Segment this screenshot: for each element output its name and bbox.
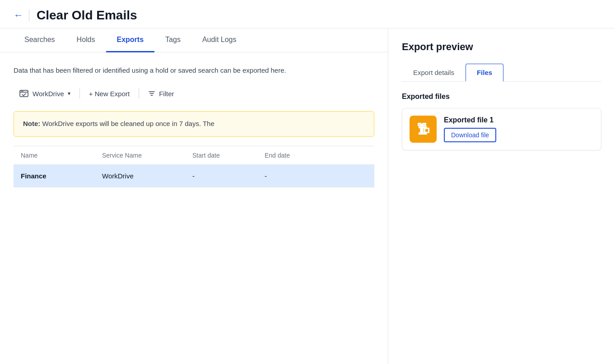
workdrive-button[interactable]: WorkDrive ▾ [14,85,76,102]
note-prefix: Note: [23,120,40,127]
preview-tabs: Export details Files [402,64,601,82]
new-export-label: + New Export [89,90,130,98]
col-header-end: End date [257,152,330,159]
cell-service: WorkDrive [95,172,185,180]
col-header-extra [330,152,374,159]
back-button[interactable]: ← [14,9,29,21]
new-export-button[interactable]: + New Export [84,86,135,101]
note-box: Note: WorkDrive exports will be cleaned … [14,111,374,137]
exported-files-title: Exported files [402,93,601,101]
toolbar-divider [79,88,80,99]
description-text: Data that has been filtered or identifie… [14,65,374,76]
main-layout: Searches Holds Exports Tags Audit Logs D… [0,28,615,364]
workdrive-label: WorkDrive [33,90,64,98]
filter-label: Filter [159,90,174,98]
file-name: Exported file 1 [444,116,496,124]
cell-name: Finance [14,172,95,180]
tab-navigation: Searches Holds Exports Tags Audit Logs [0,28,388,52]
col-header-name: Name [14,152,95,159]
filter-button[interactable]: Filter [143,86,179,101]
tab-audit-logs[interactable]: Audit Logs [191,28,247,52]
table-row[interactable]: Finance WorkDrive - - [14,165,374,187]
filter-icon [148,90,155,97]
cell-extra [330,172,374,180]
zip-symbol: 🗜 [417,122,429,137]
back-arrow-icon: ← [14,9,23,21]
col-header-start: Start date [185,152,257,159]
file-card: 🗜 Exported file 1 Download file [402,108,601,150]
note-text: WorkDrive exports will be cleaned up onc… [42,120,214,127]
toolbar: WorkDrive ▾ + New Export Filter [14,85,374,102]
download-file-button[interactable]: Download file [444,128,496,142]
svg-point-1 [21,91,22,92]
svg-point-2 [23,91,23,92]
panel-title: Export preview [402,41,601,53]
content-area: Data that has been filtered or identifie… [0,52,388,200]
chevron-down-icon: ▾ [68,90,70,97]
tab-tags[interactable]: Tags [154,28,191,52]
page-title: Clear Old Emails [37,8,137,23]
workdrive-icon [19,89,29,98]
file-info: Exported file 1 Download file [444,116,496,142]
col-header-service: Service Name [95,152,185,159]
zip-icon: 🗜 [410,116,437,143]
export-preview-panel: Export preview Export details Files Expo… [388,28,615,364]
cell-end-date: - [257,172,330,180]
left-panel: Searches Holds Exports Tags Audit Logs D… [0,28,388,364]
tab-files[interactable]: Files [466,64,503,82]
exports-table: Name Service Name Start date End date Fi… [14,146,374,187]
tab-exports[interactable]: Exports [106,28,155,52]
table-header: Name Service Name Start date End date [14,146,374,165]
tab-searches[interactable]: Searches [14,28,66,52]
tab-holds[interactable]: Holds [66,28,106,52]
cell-start-date: - [185,172,257,180]
toolbar-divider-2 [139,88,139,99]
page-header: ← Clear Old Emails [0,0,615,28]
tab-export-details[interactable]: Export details [402,64,466,82]
